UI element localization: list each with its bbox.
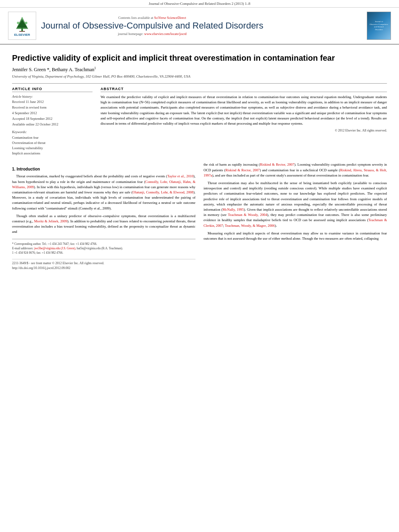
journal-homepage: journal homepage: www.elsevier.com/locat… — [41, 32, 263, 36]
body-col-left: 1. Introduction Threat overestimation, m… — [12, 162, 195, 271]
elsevier-logo: ELSEVIER — [8, 12, 36, 40]
section-number: 1. — [12, 167, 15, 171]
accepted-date: Accepted 18 September 2012 — [12, 117, 93, 121]
page-footer: 2211-3649/$ - see front matter © 2012 El… — [12, 259, 195, 271]
intro-para-2: Though often studied as a unitary predic… — [12, 214, 195, 235]
article-meta-row: ARTICLE INFO Article history: Received 1… — [12, 83, 387, 156]
journal-cover-image: Journal ofObsessive-Compulsiveand Relate… — [367, 12, 391, 40]
keyword-1: Contamination fear — [12, 135, 93, 140]
issn-line: 2211-3649/$ - see front matter © 2012 El… — [12, 261, 195, 266]
svg-rect-6 — [19, 31, 25, 32]
contents-availability: Contents lists available at SciVerse Sci… — [41, 16, 263, 20]
keywords-section: Keywords: Contamination fear Overestimat… — [12, 130, 93, 156]
elsevier-wordmark: ELSEVIER — [14, 33, 30, 37]
doi-line: http://dx.doi.org/10.1016/j.jocrd.2012.0… — [12, 266, 195, 271]
keyword-4: Implicit associations — [12, 151, 93, 156]
sciverse-link[interactable]: SciVerse ScienceDirect — [154, 16, 186, 20]
author-names: Jennifer S. Green *, Bethany A. Teachman — [12, 67, 95, 72]
journal-header-left: ELSEVIER Contents lists available at Sci… — [8, 12, 263, 40]
journal-title: Journal of Obsessive-Compulsive and Rela… — [41, 21, 263, 31]
keyword-3: Looming vulnerability — [12, 146, 93, 151]
received-revised-label: Received in revised form — [12, 105, 93, 110]
section-title: Introduction — [16, 167, 40, 171]
article-title: Predictive validity of explicit and impl… — [12, 53, 387, 63]
author-superscript: 1 — [95, 66, 96, 70]
footnote-1: 1 +1 434 924 0676; fax: +1 434 982 4766. — [12, 251, 195, 255]
history-label: Article history: — [12, 94, 93, 99]
abstract-heading: ABSTRACT — [101, 87, 387, 92]
svg-point-5 — [21, 17, 23, 19]
available-online: Available online 22 October 2012 — [12, 122, 93, 127]
affiliation: University of Virginia, Department of Ps… — [12, 74, 387, 78]
keywords-label: Keywords: — [12, 130, 93, 134]
received-date: Received 11 June 2012 — [12, 100, 93, 105]
right-para-1: the risk of harm as rapidly increasing (… — [204, 162, 387, 178]
journal-banner: Journal of Obsessive-Compulsive and Rela… — [0, 0, 399, 8]
body-columns: 1. Introduction Threat overestimation, m… — [12, 162, 387, 271]
svg-point-4 — [25, 22, 27, 24]
article-info-panel: ARTICLE INFO Article history: Received 1… — [12, 87, 93, 156]
body-col-right: the risk of harm as rapidly increasing (… — [204, 162, 387, 271]
footer-notes: * Corresponding author. Tel.: +1 434 243… — [12, 239, 195, 255]
authors-line: Jennifer S. Green *, Bethany A. Teachman… — [12, 66, 387, 73]
journal-citation: Journal of Obsessive-Compulsive and Rela… — [149, 2, 250, 6]
footnote-corresponding: * Corresponding author. Tel.: +1 434 243… — [12, 242, 195, 246]
abstract-panel: ABSTRACT We examined the predictive vali… — [101, 87, 387, 156]
journal-header: ELSEVIER Contents lists available at Sci… — [0, 8, 399, 45]
copyright: © 2012 Elsevier Inc. All rights reserved… — [101, 129, 387, 132]
right-para-2: Threat overestimation may also be multif… — [204, 181, 387, 228]
cover-text: Journal ofObsessive-Compulsiveand Relate… — [370, 21, 388, 31]
journal-title-block: Contents lists available at SciVerse Sci… — [41, 16, 263, 36]
right-para-3: Measuring explicit and implicit aspects … — [204, 231, 387, 241]
journal-homepage-link[interactable]: www.elsevier.com/locate/jocrd — [144, 32, 187, 36]
article-info-heading: ARTICLE INFO — [12, 87, 93, 92]
received-revised-date: 4 September 2012 — [12, 111, 93, 116]
keyword-2: Overestimation of threat — [12, 140, 93, 146]
svg-point-3 — [17, 22, 19, 24]
footnote-email: E-mail addresses: jws5be@virginia.edu (J… — [12, 246, 195, 251]
abstract-body: We examined the predictive validity of e… — [101, 95, 387, 125]
article-content: Predictive validity of explicit and impl… — [0, 45, 399, 279]
intro-para-1: Threat overestimation, marked by exagger… — [12, 174, 195, 211]
abstract-text: We examined the predictive validity of e… — [101, 94, 387, 126]
section-1-heading: 1. Introduction — [12, 166, 195, 172]
